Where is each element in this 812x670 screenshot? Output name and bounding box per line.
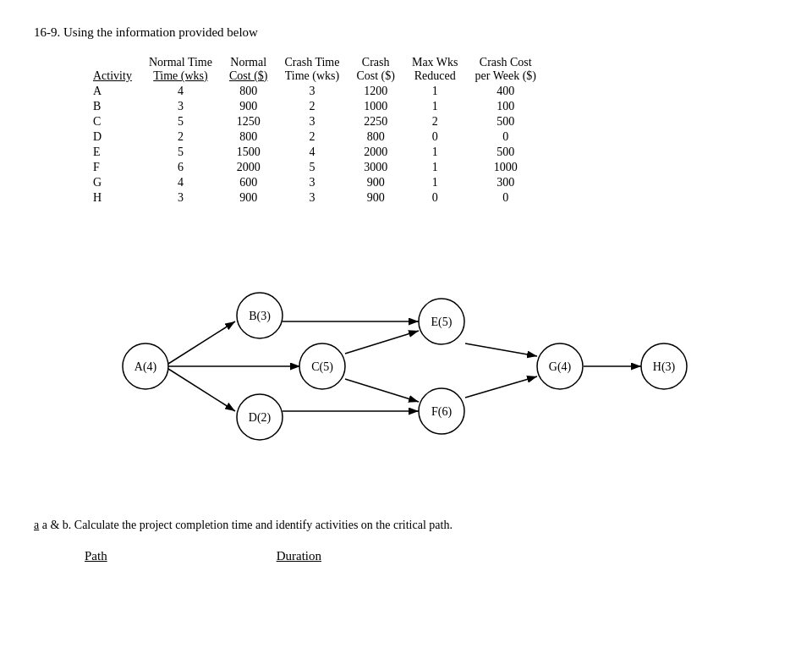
cell-crash-cost: 2250: [348, 114, 403, 129]
cell-crash-time: 2: [276, 129, 348, 145]
cell-normal-cost: 1250: [221, 114, 277, 129]
cell-normal-cost: 900: [221, 99, 277, 114]
node-b-label: B(3): [249, 310, 271, 323]
cell-max-wks: 1: [403, 145, 467, 160]
arrow-e-g: [465, 343, 537, 356]
table-row: E 5 1500 4 2000 1 500: [85, 145, 545, 160]
cell-max-wks: 1: [403, 160, 467, 175]
cell-crash-cost: 900: [348, 190, 403, 206]
cell-crash-time: 4: [276, 145, 348, 160]
col-header-activity: Activity: [85, 55, 140, 84]
table-row: G 4 600 3 900 1 300: [85, 175, 545, 190]
cell-crash-time: 2: [276, 99, 348, 114]
cell-normal-cost: 600: [221, 175, 277, 190]
cell-activity: B: [85, 99, 140, 114]
col-header-crash-cost: CrashCost ($): [348, 55, 403, 84]
table-row: D 2 800 2 800 0 0: [85, 129, 545, 145]
table-row: H 3 900 3 900 0 0: [85, 190, 545, 206]
cell-normal-cost: 2000: [221, 160, 277, 175]
cell-crash-per-wk: 0: [467, 129, 545, 145]
network-diagram: A(4) B(3) C(5) D(2) E(5) F(6) G(4) H(3): [42, 231, 770, 502]
cell-crash-cost: 1200: [348, 84, 403, 99]
cell-crash-time: 5: [276, 160, 348, 175]
table-row: B 3 900 2 1000 1 100: [85, 99, 545, 114]
cell-normal-time: 4: [140, 175, 221, 190]
col-header-normal-time: Normal TimeTime (wks): [140, 55, 221, 84]
cell-crash-time: 3: [276, 175, 348, 190]
node-a-label: A(4): [134, 360, 157, 374]
node-d-label: D(2): [249, 411, 272, 425]
cell-crash-cost: 800: [348, 129, 403, 145]
cell-max-wks: 0: [403, 129, 467, 145]
cell-activity: G: [85, 175, 140, 190]
duration-header: Duration: [277, 549, 321, 563]
cell-normal-time: 3: [140, 99, 221, 114]
question-text: a a & b. Calculate the project completio…: [34, 519, 778, 532]
cell-crash-per-wk: 500: [467, 114, 545, 129]
cell-crash-time: 3: [276, 84, 348, 99]
path-duration-row: Path Duration: [34, 549, 778, 563]
cell-crash-time: 3: [276, 190, 348, 206]
table-row: C 5 1250 3 2250 2 500: [85, 114, 545, 129]
cell-crash-per-wk: 100: [467, 99, 545, 114]
col-header-normal-cost: NormalCost ($): [221, 55, 277, 84]
cell-crash-per-wk: 1000: [467, 160, 545, 175]
cell-normal-time: 5: [140, 114, 221, 129]
cell-max-wks: 0: [403, 190, 467, 206]
cell-crash-cost: 3000: [348, 160, 403, 175]
node-h-label: H(3): [653, 360, 676, 374]
cell-activity: A: [85, 84, 140, 99]
table-row: F 6 2000 5 3000 1 1000: [85, 160, 545, 175]
cell-normal-time: 5: [140, 145, 221, 160]
cell-crash-per-wk: 400: [467, 84, 545, 99]
cell-crash-time: 3: [276, 114, 348, 129]
node-c-label: C(5): [311, 360, 333, 374]
node-g-label: G(4): [549, 360, 572, 374]
cell-max-wks: 2: [403, 114, 467, 129]
cell-crash-per-wk: 300: [467, 175, 545, 190]
cell-normal-cost: 800: [221, 84, 277, 99]
network-svg: A(4) B(3) C(5) D(2) E(5) F(6) G(4) H(3): [42, 231, 770, 502]
cell-max-wks: 1: [403, 84, 467, 99]
cell-activity: E: [85, 145, 140, 160]
arrow-a-b: [168, 321, 235, 364]
cell-crash-cost: 2000: [348, 145, 403, 160]
cell-normal-time: 3: [140, 190, 221, 206]
cell-crash-cost: 900: [348, 175, 403, 190]
data-table: Activity Normal TimeTime (wks) NormalCos…: [85, 55, 545, 206]
node-f-label: F(6): [431, 405, 452, 419]
cell-max-wks: 1: [403, 99, 467, 114]
cell-crash-per-wk: 500: [467, 145, 545, 160]
path-header: Path: [85, 549, 107, 563]
cell-activity: C: [85, 114, 140, 129]
cell-activity: D: [85, 129, 140, 145]
data-table-wrapper: Activity Normal TimeTime (wks) NormalCos…: [34, 55, 778, 206]
cell-normal-cost: 900: [221, 190, 277, 206]
cell-crash-per-wk: 0: [467, 190, 545, 206]
table-row: A 4 800 3 1200 1 400: [85, 84, 545, 99]
cell-max-wks: 1: [403, 175, 467, 190]
col-header-crash-time: Crash TimeTime (wks): [276, 55, 348, 84]
cell-normal-cost: 1500: [221, 145, 277, 160]
col-header-crash-per-wk: Crash Costper Week ($): [467, 55, 545, 84]
cell-activity: H: [85, 190, 140, 206]
problem-title: 16-9. Using the information provided bel…: [34, 25, 778, 40]
arrow-c-e: [345, 331, 419, 354]
cell-crash-cost: 1000: [348, 99, 403, 114]
arrow-c-f: [345, 379, 419, 402]
cell-activity: F: [85, 160, 140, 175]
arrow-f-g: [465, 376, 537, 398]
cell-normal-time: 2: [140, 129, 221, 145]
col-header-max-wks: Max WksReduced: [403, 55, 467, 84]
cell-normal-cost: 800: [221, 129, 277, 145]
cell-normal-time: 4: [140, 84, 221, 99]
cell-normal-time: 6: [140, 160, 221, 175]
node-e-label: E(5): [431, 316, 453, 329]
arrow-a-d: [168, 369, 235, 411]
